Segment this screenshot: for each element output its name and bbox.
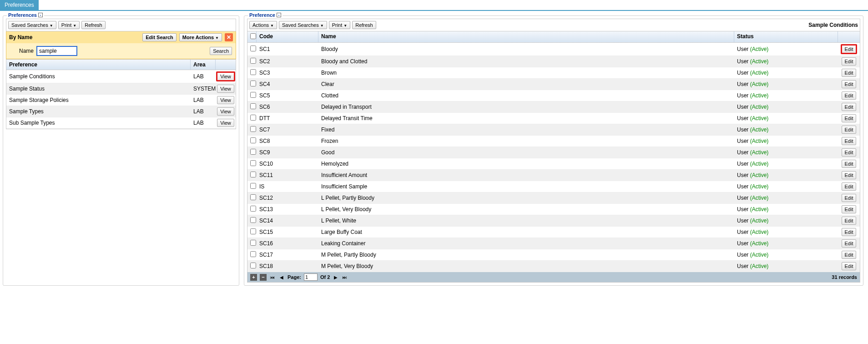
edit-button[interactable]: Edit: [842, 228, 857, 236]
row-checkbox[interactable]: [250, 263, 256, 268]
status-cell: User (Active): [734, 45, 838, 54]
row-checkbox[interactable]: [250, 251, 256, 257]
row-checkbox[interactable]: [250, 137, 256, 143]
col-preference[interactable]: Preference: [6, 60, 191, 70]
table-row[interactable]: SC1BloodyUser (Active)Edit: [247, 43, 860, 56]
saved-searches-button[interactable]: Saved Searches: [279, 21, 327, 29]
print-button[interactable]: Print: [329, 21, 351, 29]
add-row-button[interactable]: +: [250, 274, 257, 281]
edit-button[interactable]: Edit: [842, 91, 857, 100]
refresh-button[interactable]: Refresh: [81, 21, 106, 29]
view-button[interactable]: View: [217, 85, 234, 93]
table-row[interactable]: SC9GoodUser (Active)Edit: [247, 147, 860, 158]
edit-button[interactable]: Edit: [841, 44, 858, 54]
col-status[interactable]: Status: [734, 31, 838, 42]
table-row[interactable]: SC7FixedUser (Active)Edit: [247, 124, 860, 136]
last-page-button[interactable]: ⏭: [342, 274, 348, 280]
refresh-button[interactable]: Refresh: [352, 21, 376, 29]
table-row[interactable]: SC3BrownUser (Active)Edit: [247, 67, 860, 79]
row-checkbox[interactable]: [250, 228, 256, 234]
col-code[interactable]: Code: [257, 31, 318, 42]
edit-button[interactable]: Edit: [842, 194, 857, 202]
edit-button[interactable]: Edit: [842, 80, 857, 88]
row-checkbox[interactable]: [250, 217, 256, 223]
row-checkbox[interactable]: [250, 183, 256, 189]
edit-button[interactable]: Edit: [842, 69, 857, 77]
edit-button[interactable]: Edit: [842, 103, 857, 111]
edit-button[interactable]: Edit: [842, 148, 857, 157]
col-area[interactable]: Area: [191, 60, 216, 70]
page-input[interactable]: [304, 273, 318, 281]
next-page-button[interactable]: ▶: [333, 274, 339, 280]
select-all-checkbox[interactable]: [250, 33, 256, 39]
table-row[interactable]: SC14L Pellet, WhiteUser (Active)Edit: [247, 215, 860, 227]
edit-button[interactable]: Edit: [842, 171, 857, 179]
row-checkbox[interactable]: [250, 160, 256, 166]
edit-button[interactable]: Edit: [842, 251, 857, 259]
row-checkbox[interactable]: [250, 126, 256, 132]
row-checkbox[interactable]: [250, 194, 256, 200]
tab-preferences[interactable]: Preferences: [0, 0, 39, 10]
table-row[interactable]: SC4ClearUser (Active)Edit: [247, 79, 860, 90]
table-row[interactable]: Sample ConditionsLABView: [6, 70, 236, 83]
row-checkbox[interactable]: [250, 69, 256, 75]
row-checkbox[interactable]: [250, 58, 256, 64]
table-row[interactable]: SC5ClottedUser (Active)Edit: [247, 90, 860, 101]
view-button[interactable]: View: [217, 107, 234, 116]
edit-button[interactable]: Edit: [842, 182, 857, 191]
saved-searches-button[interactable]: Saved Searches: [8, 21, 56, 29]
row-checkbox[interactable]: [250, 81, 256, 86]
edit-button[interactable]: Edit: [842, 57, 857, 66]
table-row[interactable]: SC8FrozenUser (Active)Edit: [247, 136, 860, 147]
edit-button[interactable]: Edit: [842, 205, 857, 213]
collapse-icon[interactable]: -: [38, 13, 43, 17]
edit-button[interactable]: Edit: [842, 137, 857, 145]
edit-button[interactable]: Edit: [842, 114, 857, 122]
table-row[interactable]: SC18M Pellet, Very BloodyUser (Active)Ed…: [247, 261, 860, 272]
table-row[interactable]: Sample TypesLABView: [6, 106, 236, 117]
remove-row-button[interactable]: −: [260, 274, 267, 281]
table-row[interactable]: ISInsufficient SampleUser (Active)Edit: [247, 181, 860, 192]
edit-button[interactable]: Edit: [842, 262, 857, 270]
row-checkbox[interactable]: [250, 206, 256, 212]
more-actions-button[interactable]: More Actions: [179, 33, 222, 41]
row-checkbox[interactable]: [250, 149, 256, 155]
edit-button[interactable]: Edit: [842, 239, 857, 248]
row-checkbox[interactable]: [250, 103, 256, 109]
first-page-button[interactable]: ⏮: [269, 274, 276, 280]
table-row[interactable]: SC13L Pellet, Very BloodyUser (Active)Ed…: [247, 204, 860, 215]
prev-page-button[interactable]: ◀: [278, 274, 285, 280]
col-name[interactable]: Name: [318, 31, 734, 42]
view-button[interactable]: View: [217, 119, 234, 127]
table-row[interactable]: SC15Large Buffy CoatUser (Active)Edit: [247, 227, 860, 238]
table-row[interactable]: SC6Delayed in TransportUser (Active)Edit: [247, 101, 860, 113]
view-button[interactable]: View: [217, 96, 234, 104]
edit-button[interactable]: Edit: [842, 160, 857, 168]
right-main: Actions Saved Searches Print Refresh Sam…: [247, 19, 860, 283]
edit-button[interactable]: Edit: [842, 126, 857, 134]
row-checkbox[interactable]: [250, 172, 256, 177]
table-row[interactable]: SC11Insufficient AmountUser (Active)Edit: [247, 170, 860, 181]
row-checkbox[interactable]: [250, 115, 256, 121]
close-search-icon[interactable]: ✕: [225, 33, 233, 41]
table-row[interactable]: SC2Bloody and ClottedUser (Active)Edit: [247, 56, 860, 67]
table-row[interactable]: DTTDelayed Transit TimeUser (Active)Edit: [247, 113, 860, 124]
table-row[interactable]: SC10HemolyzedUser (Active)Edit: [247, 158, 860, 170]
table-row[interactable]: SC12L Pellet, Partly BloodyUser (Active)…: [247, 192, 860, 204]
table-row[interactable]: SC16Leaking ContainerUser (Active)Edit: [247, 238, 860, 249]
edit-search-button[interactable]: Edit Search: [142, 33, 177, 41]
view-button[interactable]: View: [216, 71, 235, 81]
table-row[interactable]: SC17M Pellet, Partly BloodyUser (Active)…: [247, 249, 860, 261]
row-checkbox[interactable]: [250, 240, 256, 246]
print-button[interactable]: Print: [58, 21, 80, 29]
table-row[interactable]: Sample StatusSYSTEMView: [6, 83, 236, 95]
row-checkbox[interactable]: [250, 92, 256, 98]
table-row[interactable]: Sample Storage PoliciesLABView: [6, 95, 236, 106]
name-input[interactable]: [36, 46, 77, 56]
actions-button[interactable]: Actions: [249, 21, 277, 29]
edit-button[interactable]: Edit: [842, 217, 857, 225]
table-row[interactable]: Sub Sample TypesLABView: [6, 117, 236, 129]
row-checkbox[interactable]: [250, 46, 256, 51]
search-button[interactable]: Search: [210, 47, 232, 55]
collapse-icon[interactable]: -: [277, 13, 281, 17]
